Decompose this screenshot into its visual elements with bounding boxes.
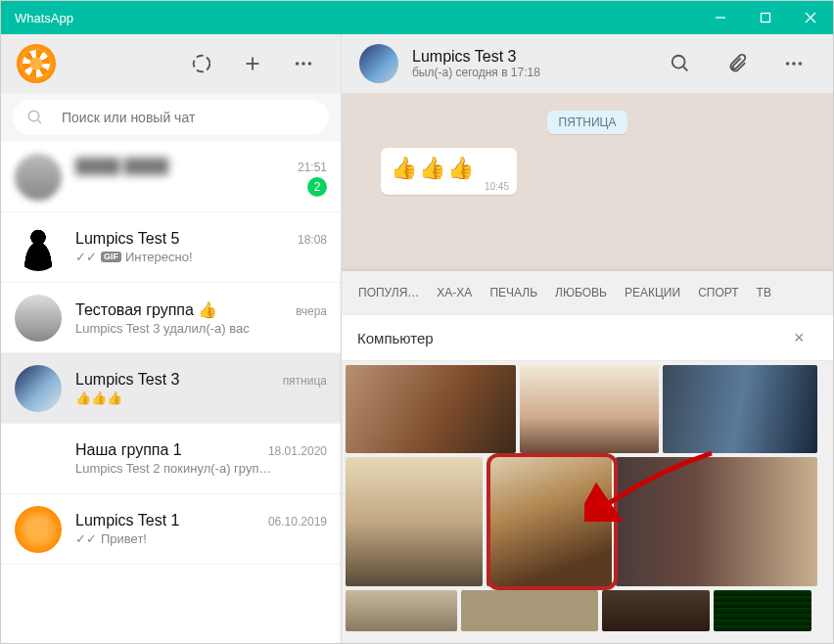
chat-item[interactable]: ████ ████21:51 2 [1,142,341,212]
svg-point-14 [786,62,790,66]
status-icon[interactable] [190,52,213,75]
message-text: 👍👍👍 [391,156,507,181]
gif-result[interactable] [602,590,710,631]
chat-menu-icon[interactable] [782,52,806,75]
gif-result[interactable] [663,365,817,453]
search-in-chat-icon[interactable] [669,52,692,75]
chat-preview [75,179,307,194]
window-title: WhatsApp [15,11,698,25]
search-icon [26,109,44,126]
chat-name: Lumpics Test 3 [75,371,277,389]
unread-badge: 2 [307,177,327,197]
chat-name: Тестовая группа 👍 [75,300,290,319]
gif-tab[interactable]: ПОПУЛЯ… [349,271,428,314]
gif-result[interactable] [520,365,659,453]
chat-item-active[interactable]: Lumpics Test 3пятница 👍👍👍 [1,353,341,424]
svg-line-11 [37,119,41,123]
gif-tab[interactable]: ТВ [748,271,780,314]
chat-preview: 👍👍👍 [75,391,327,405]
gif-result[interactable] [346,457,483,586]
conversation-header: Lumpics Test 3 был(-а) сегодня в 17:18 [342,34,833,93]
chat-name: ████ ████ [75,158,292,175]
gif-tab[interactable]: ХА-ХА [428,271,481,314]
chat-list[interactable]: ████ ████21:51 2 Lumpics Test 518:08 ✓✓G… [1,142,341,643]
chat-item[interactable]: Lumpics Test 518:08 ✓✓GIFИнтересно! [1,212,341,283]
svg-point-16 [799,62,803,66]
close-button[interactable] [788,1,833,34]
chat-preview: Lumpics Test 2 покинул(-а) груп… [75,461,327,476]
gif-search-clear-icon[interactable]: × [794,328,817,348]
chat-name: Lumpics Test 1 [75,512,262,529]
minimize-button[interactable] [698,1,743,34]
my-avatar[interactable] [17,44,56,83]
sidebar: ████ ████21:51 2 Lumpics Test 518:08 ✓✓G… [1,34,342,643]
gif-tab[interactable]: СПОРТ [689,271,747,314]
gif-result[interactable] [486,457,612,586]
gif-badge: GIF [101,252,121,262]
search-input[interactable] [62,110,315,125]
svg-point-9 [308,62,312,66]
message-incoming[interactable]: 👍👍👍 10:45 [381,148,517,195]
chat-avatar [15,436,62,483]
search-box[interactable] [13,100,329,135]
chat-avatar [15,154,62,201]
svg-line-13 [683,67,688,71]
gif-tab[interactable]: ЛЮБОВЬ [546,271,616,314]
contact-info[interactable]: Lumpics Test 3 был(-а) сегодня в 17:18 [412,48,645,79]
gif-search-bar: × [342,314,833,361]
ticks-icon: ✓✓ [75,250,97,264]
new-chat-icon[interactable] [241,52,264,75]
app-window: WhatsApp [0,0,834,644]
search-bar [1,93,341,142]
chat-avatar [15,506,62,553]
chat-avatar [15,365,62,412]
gif-result[interactable] [714,590,811,631]
svg-point-4 [194,56,210,72]
gif-result[interactable] [616,457,817,586]
chat-time: 18:08 [298,233,327,247]
gif-result[interactable] [461,590,598,631]
gif-panel: ПОПУЛЯ… ХА-ХА ПЕЧАЛЬ ЛЮБОВЬ РЕАКЦИИ СПОР… [342,271,833,643]
gif-search-input[interactable] [357,330,794,346]
menu-icon[interactable] [292,52,315,75]
sidebar-header [1,34,341,93]
ticks-icon: ✓✓ [75,531,97,546]
contact-avatar[interactable] [359,44,398,83]
svg-point-15 [792,62,796,66]
gif-category-tabs: ПОПУЛЯ… ХА-ХА ПЕЧАЛЬ ЛЮБОВЬ РЕАКЦИИ СПОР… [342,271,833,314]
chat-item[interactable]: Lumpics Test 106.10.2019 ✓✓Привет! [1,494,341,565]
chat-item[interactable]: Тестовая группа 👍вчера Lumpics Test 3 уд… [1,283,341,353]
contact-status: был(-а) сегодня в 17:18 [412,66,645,79]
chat-time: вчера [296,304,327,318]
gif-tab[interactable]: РЕАКЦИИ [616,271,689,314]
svg-point-12 [672,56,685,69]
attach-icon[interactable] [725,52,749,75]
svg-point-8 [301,62,305,66]
gif-result[interactable] [346,590,457,631]
chat-name: Наша группа 1 [75,441,262,459]
chat-preview: ✓✓Привет! [75,531,327,546]
chat-preview: Lumpics Test 3 удалил(-а) вас [75,321,327,336]
chat-time: 18.01.2020 [268,444,327,458]
chat-time: 06.10.2019 [268,515,327,529]
chat-name: Lumpics Test 5 [75,230,292,248]
date-chip: ПЯТНИЦА [547,111,628,134]
conversation-panel: Lumpics Test 3 был(-а) сегодня в 17:18 П… [342,34,833,643]
contact-name: Lumpics Test 3 [412,48,645,66]
chat-time: пятница [283,374,327,388]
titlebar: WhatsApp [1,1,833,34]
gif-result[interactable] [346,365,516,453]
chat-item[interactable]: Наша группа 118.01.2020 Lumpics Test 2 п… [1,424,341,494]
chat-time: 21:51 [298,161,327,174]
chat-preview: ✓✓GIFИнтересно! [75,250,327,264]
svg-point-10 [28,111,39,121]
maximize-button[interactable] [743,1,788,34]
gif-tab[interactable]: ПЕЧАЛЬ [481,271,546,314]
message-time: 10:45 [485,181,509,192]
gif-results-grid[interactable] [342,361,833,643]
svg-point-7 [296,62,300,66]
chat-avatar [15,295,62,342]
chat-avatar [15,224,62,271]
svg-rect-1 [762,14,770,23]
